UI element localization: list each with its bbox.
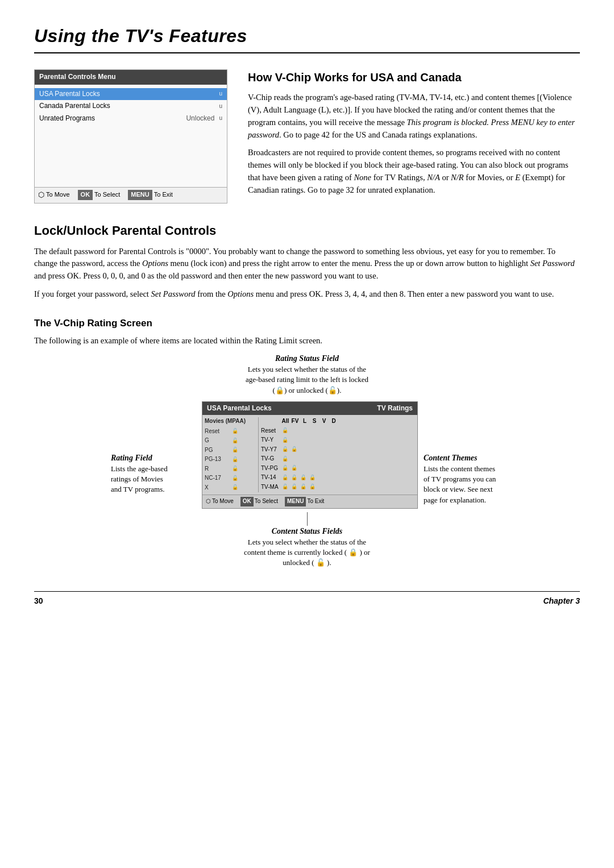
tv-y-lock: 🔓	[282, 437, 288, 444]
screen-body: Movies (MPAA) Reset 🔓 G 🔓 PG	[202, 415, 417, 495]
screen-footer: ⬡ To Move OK To Select MENU To Exit	[202, 495, 417, 508]
menu-body: USA Parental Locks u Canada Parental Loc…	[35, 85, 227, 181]
menu-row-unrated-label: Unrated Programs	[39, 114, 186, 123]
screen-footer-arrow: ⬡	[206, 497, 211, 506]
screen-footer-move: ⬡ To Move	[206, 497, 234, 506]
tv-col-s: S	[310, 417, 318, 426]
tv-ma-dot1: 🔓	[291, 483, 297, 491]
movies-g-row[interactable]: G 🔓	[205, 436, 256, 446]
movies-pg-row[interactable]: PG 🔓	[205, 446, 256, 455]
menu-row-canada-label: Canada Parental Locks	[39, 101, 219, 111]
tv-pg-dot: 🔓	[291, 464, 297, 472]
menu-row-canada-indicator: u	[219, 102, 222, 111]
page-title: Using the TV's Features	[34, 23, 580, 53]
screen-footer-move-label: To Move	[212, 497, 234, 506]
screen-menu-button[interactable]: MENU	[285, 497, 306, 506]
menu-row-usa[interactable]: USA Parental Locks u	[35, 88, 227, 100]
tv-pg-row[interactable]: TV-PG 🔓 🔓	[261, 464, 415, 474]
lock-unlock-section: Lock/Unlock Parental Controls The defaul…	[34, 222, 580, 301]
tv-ratings-headers: All FV L S V D	[281, 417, 415, 426]
tv-ma-dot2: 🔓	[300, 483, 306, 491]
screen-header: USA Parental Locks TV Ratings	[202, 402, 417, 415]
content-status-callout-area: Content Status Fields Lets you select wh…	[34, 512, 580, 568]
tv-y7-dot: 🔓	[291, 446, 297, 453]
menu-row-usa-indicator: u	[219, 90, 222, 98]
rating-status-title: Rating Status Field	[34, 353, 580, 364]
footer-menu[interactable]: MENU To Exit	[128, 190, 172, 200]
menu-row-unrated-value: Unlocked	[186, 114, 214, 123]
tv-y7-row[interactable]: TV-Y7 🔓 🔓	[261, 445, 415, 455]
tv-ma-row[interactable]: TV-MA 🔓 🔓 🔓 🔓	[261, 483, 415, 492]
tv-g-lock: 🔓	[282, 455, 288, 463]
movies-r-lock: 🔓	[232, 465, 238, 472]
menu-row-canada[interactable]: Canada Parental Locks u	[35, 100, 227, 112]
movies-reset-lock: 🔓	[232, 427, 238, 435]
tv-14-row[interactable]: TV-14 🔓 🔓 🔓 🔓	[261, 473, 415, 483]
screen-footer-ok[interactable]: OK To Select	[240, 497, 278, 506]
footer-move-label: To Move	[46, 190, 70, 200]
movies-r-row[interactable]: R 🔓	[205, 464, 256, 474]
ok-button[interactable]: OK	[78, 190, 93, 200]
tv-y7-label: TV-Y7	[261, 446, 280, 454]
screen-footer-menu[interactable]: MENU To Exit	[285, 497, 324, 506]
movies-reset-row[interactable]: Reset 🔓	[205, 427, 256, 437]
lock-unlock-heading: Lock/Unlock Parental Controls	[34, 222, 580, 240]
vchip-subheading: The V-Chip Rating Screen	[34, 317, 580, 331]
movies-nc17-row[interactable]: NC-17 🔓	[205, 474, 256, 483]
tv-14-dot3: 🔓	[309, 474, 316, 481]
screen-ok-label: To Select	[255, 497, 278, 506]
movies-nc17-label: NC-17	[205, 474, 230, 483]
movies-x-row[interactable]: X 🔓	[205, 483, 256, 493]
tv-col-v: V	[320, 417, 328, 426]
footer-ok[interactable]: OK To Select	[78, 190, 121, 200]
tv-col-fv: FV	[291, 417, 299, 426]
tv-14-lock: 🔓	[282, 474, 288, 481]
tv-14-dot2: 🔓	[300, 474, 306, 481]
movies-reset-label: Reset	[205, 427, 230, 436]
movies-pg13-row[interactable]: PG-13 🔓	[205, 455, 256, 464]
tv-reset-label: Reset	[261, 427, 280, 435]
lock-unlock-para1: The default password for Parental Contro…	[34, 246, 580, 283]
content-status-callout: Content Status Fields Lets you select wh…	[244, 526, 370, 568]
movies-column: Movies (MPAA) Reset 🔓 G 🔓 PG	[205, 417, 259, 492]
rating-field-text: Lists the age-basedratings of Moviesand …	[111, 464, 196, 495]
tv-column: All FV L S V D Reset 🔓	[261, 417, 415, 492]
how-vchip-para1: V-Chip reads the program's age-based rat…	[248, 92, 580, 141]
tv-ma-lock: 🔓	[282, 483, 288, 491]
how-vchip-heading: How V-Chip Works for USA and Canada	[248, 69, 580, 86]
movies-pg-lock: 🔓	[232, 446, 238, 454]
top-section: Parental Controls Menu USA Parental Lock…	[34, 69, 580, 203]
tv-pg-lock: 🔓	[282, 464, 288, 472]
tv-pg-label: TV-PG	[261, 464, 280, 473]
vchip-section: The V-Chip Rating Screen The following i…	[34, 317, 580, 568]
how-vchip-para2: Broadcasters are not required to provide…	[248, 147, 580, 196]
rating-field-callout: Rating Field Lists the age-basedratings …	[111, 401, 202, 495]
tv-g-row[interactable]: TV-G 🔓	[261, 454, 415, 464]
menu-button[interactable]: MENU	[128, 190, 152, 200]
footer-ok-label: To Select	[94, 190, 120, 200]
movies-x-lock: 🔓	[232, 484, 238, 491]
footer-move: ⬡ To Move	[38, 190, 70, 201]
screen-title: USA Parental Locks	[207, 404, 272, 413]
tv-y-row[interactable]: TV-Y 🔓	[261, 435, 415, 445]
movies-nc17-lock: 🔓	[232, 475, 238, 482]
content-themes-callout: Content Themes Lists the content themes …	[418, 401, 503, 505]
movies-pg-label: PG	[205, 446, 230, 455]
callout-line	[307, 512, 308, 526]
content-themes-title: Content Themes	[424, 452, 503, 464]
screen-ok-button[interactable]: OK	[240, 497, 254, 506]
tv-reset-row[interactable]: Reset 🔓	[261, 426, 415, 436]
vchip-screen-mockup: USA Parental Locks TV Ratings Movies (MP…	[202, 401, 418, 509]
menu-header: Parental Controls Menu	[35, 70, 227, 84]
menu-row-unrated[interactable]: Unrated Programs Unlocked u	[35, 113, 227, 124]
page-number: 30	[34, 595, 43, 607]
content-status-text: Lets you select whether the status of th…	[244, 537, 370, 568]
tv-reset-lock: 🔓	[282, 427, 288, 434]
tv-ma-label: TV-MA	[261, 483, 280, 492]
rating-field-title: Rating Field	[111, 452, 196, 464]
tv-14-label: TV-14	[261, 474, 280, 482]
movies-pg13-label: PG-13	[205, 455, 230, 464]
rating-status-callout: Rating Status Field Lets you select whet…	[34, 353, 580, 396]
parental-controls-menu: Parental Controls Menu USA Parental Lock…	[34, 69, 227, 203]
arrow-icon: ⬡	[38, 190, 44, 201]
